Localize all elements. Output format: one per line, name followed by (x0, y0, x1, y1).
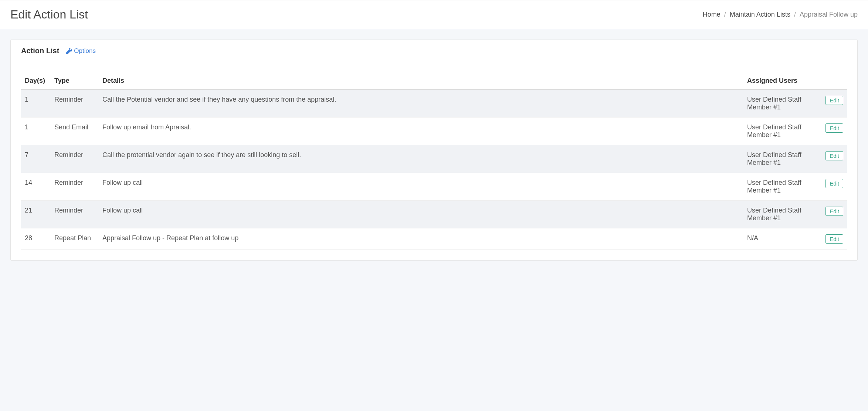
cell-details: Follow up call (99, 173, 743, 201)
table-header-row: Day(s) Type Details Assigned Users (21, 72, 847, 89)
panel-header: Action List Options (11, 40, 857, 62)
cell-type: Reminder (51, 89, 99, 118)
column-header-details: Details (99, 72, 743, 89)
cell-type: Send Email (51, 118, 99, 145)
edit-button[interactable]: Edit (825, 123, 843, 133)
edit-button[interactable]: Edit (825, 179, 843, 188)
cell-type: Reminder (51, 145, 99, 173)
cell-details: Follow up call (99, 201, 743, 228)
edit-button[interactable]: Edit (825, 234, 843, 244)
cell-assigned: User Defined Staff Member #1 (743, 173, 821, 201)
cell-edit: Edit (821, 201, 847, 228)
table-row: 7ReminderCall the protential vendor agai… (21, 145, 847, 173)
column-header-assigned: Assigned Users (743, 72, 821, 89)
cell-days: 28 (21, 228, 51, 250)
column-header-edit (821, 72, 847, 89)
column-header-days: Day(s) (21, 72, 51, 89)
cell-assigned: User Defined Staff Member #1 (743, 201, 821, 228)
table-row: 1ReminderCall the Potential vendor and s… (21, 89, 847, 118)
cell-edit: Edit (821, 173, 847, 201)
cell-days: 21 (21, 201, 51, 228)
options-label: Options (74, 47, 96, 55)
panel-title: Action List (21, 47, 59, 55)
column-header-type: Type (51, 72, 99, 89)
action-list-panel: Action List Options Day(s) Type Details … (10, 40, 858, 261)
breadcrumb-separator: / (724, 11, 726, 18)
cell-days: 1 (21, 118, 51, 145)
cell-edit: Edit (821, 228, 847, 250)
cell-edit: Edit (821, 145, 847, 173)
panel-body: Day(s) Type Details Assigned Users 1Remi… (11, 62, 857, 260)
cell-days: 14 (21, 173, 51, 201)
cell-assigned: User Defined Staff Member #1 (743, 118, 821, 145)
cell-assigned: N/A (743, 228, 821, 250)
table-row: 28Repeat PlanAppraisal Follow up - Repea… (21, 228, 847, 250)
breadcrumb-maintain[interactable]: Maintain Action Lists (730, 11, 790, 18)
cell-edit: Edit (821, 118, 847, 145)
action-list-table: Day(s) Type Details Assigned Users 1Remi… (21, 72, 847, 250)
cell-assigned: User Defined Staff Member #1 (743, 145, 821, 173)
table-row: 1Send EmailFollow up email from Apraisal… (21, 118, 847, 145)
cell-details: Call the Potential vendor and see if the… (99, 89, 743, 118)
cell-type: Reminder (51, 201, 99, 228)
edit-button[interactable]: Edit (825, 96, 843, 105)
cell-details: Appraisal Follow up - Repeat Plan at fol… (99, 228, 743, 250)
cell-edit: Edit (821, 89, 847, 118)
page-header: Edit Action List Home / Maintain Action … (0, 0, 868, 29)
cell-details: Follow up email from Apraisal. (99, 118, 743, 145)
table-row: 21ReminderFollow up callUser Defined Sta… (21, 201, 847, 228)
cell-days: 1 (21, 89, 51, 118)
table-row: 14ReminderFollow up callUser Defined Sta… (21, 173, 847, 201)
cell-details: Call the protential vendor again to see … (99, 145, 743, 173)
options-link[interactable]: Options (66, 47, 96, 55)
cell-type: Reminder (51, 173, 99, 201)
wrench-icon (66, 48, 72, 54)
content-area: Action List Options Day(s) Type Details … (0, 29, 868, 271)
cell-assigned: User Defined Staff Member #1 (743, 89, 821, 118)
edit-button[interactable]: Edit (825, 207, 843, 216)
breadcrumb: Home / Maintain Action Lists / Appraisal… (703, 11, 858, 18)
cell-type: Repeat Plan (51, 228, 99, 250)
breadcrumb-home[interactable]: Home (703, 11, 720, 18)
breadcrumb-separator: / (794, 11, 796, 18)
breadcrumb-current: Appraisal Follow up (800, 11, 858, 18)
cell-days: 7 (21, 145, 51, 173)
edit-button[interactable]: Edit (825, 151, 843, 160)
page-title: Edit Action List (10, 8, 88, 21)
